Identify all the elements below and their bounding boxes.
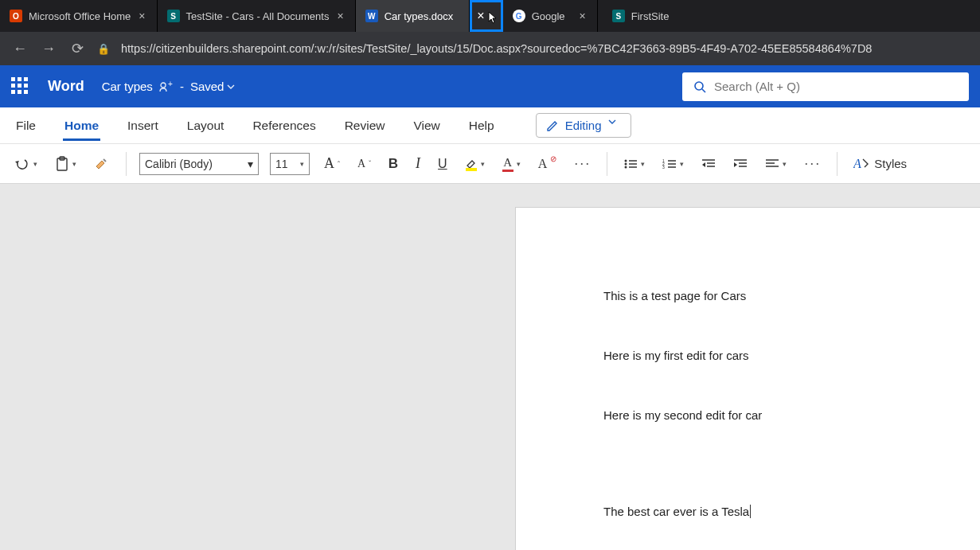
svg-text:3: 3 — [662, 165, 665, 170]
word-icon: W — [365, 10, 378, 22]
font-family-value: Calibri (Body) — [145, 158, 213, 170]
bullets-button[interactable]: ▾ — [620, 155, 648, 173]
word-title-bar: Word Car types + - Saved — [0, 65, 980, 107]
browser-tab-strip: O Microsoft Office Home × S TestSite - C… — [0, 0, 980, 32]
bold-button[interactable]: B — [385, 153, 401, 175]
back-button[interactable]: ← — [11, 41, 29, 57]
ribbon-tabs: File Home Insert Layout References Revie… — [0, 107, 980, 144]
browser-tab-firstsite[interactable]: S FirstSite — [603, 0, 679, 32]
highlight-button[interactable]: ▾ — [462, 154, 488, 174]
paragraph[interactable]: Here is my first edit for cars — [603, 347, 980, 364]
align-icon — [765, 158, 779, 170]
chevron-down-icon — [227, 84, 235, 89]
saved-label: Saved — [190, 80, 225, 93]
search-icon — [693, 80, 706, 93]
paragraph[interactable]: This is a test page for Cars — [603, 287, 980, 304]
more-font-options[interactable]: ··· — [571, 152, 594, 175]
tab-home[interactable]: Home — [63, 111, 100, 141]
indent-icon — [733, 158, 748, 170]
svg-line-3 — [702, 89, 705, 92]
increase-indent-button[interactable] — [730, 155, 751, 173]
more-paragraph-options[interactable]: ··· — [801, 152, 824, 175]
document-canvas[interactable]: This is a test page for Cars Here is my … — [0, 184, 980, 550]
browser-tab-sharepoint[interactable]: S TestSite - Cars - All Documents × — [158, 0, 356, 32]
tab-label: TestSite - Cars - All Documents — [186, 10, 330, 22]
browser-address-bar: ← → ⟳ 🔒 https://citizenbuilders.sharepoi… — [0, 32, 980, 65]
styles-icon: A — [853, 157, 871, 171]
close-icon[interactable]: × — [578, 10, 588, 22]
paragraph[interactable]: The best car ever is a Tesla — [603, 503, 980, 520]
chevron-down-icon — [608, 119, 621, 132]
editing-label: Editing — [565, 119, 602, 132]
tab-file[interactable]: File — [14, 111, 37, 141]
document-title[interactable]: Car types — [102, 80, 153, 93]
pencil-icon — [546, 119, 559, 132]
tab-help[interactable]: Help — [467, 111, 496, 141]
format-painter-button[interactable] — [91, 154, 113, 174]
tab-close-highlighted[interactable]: × — [470, 0, 502, 32]
align-button[interactable]: ▾ — [762, 155, 790, 173]
close-icon[interactable]: × — [335, 10, 345, 22]
browser-tab-google[interactable]: G Google × — [503, 0, 598, 32]
tab-label: Google — [532, 10, 565, 22]
outdent-icon — [701, 158, 716, 170]
browser-tab-word-doc[interactable]: W Car types.docx — [356, 0, 470, 32]
ribbon-toolbar: ▾ ▾ Calibri (Body)▾ 11▾ Aˆ Aˇ B I U ▾ A … — [0, 144, 980, 184]
app-brand[interactable]: Word — [48, 78, 84, 95]
title-separator: - — [180, 80, 184, 93]
forward-button[interactable]: → — [40, 41, 57, 57]
tab-references[interactable]: References — [251, 111, 317, 141]
tab-insert[interactable]: Insert — [126, 111, 160, 141]
text-cursor — [749, 505, 751, 518]
search-input[interactable] — [714, 80, 958, 93]
google-icon: G — [513, 10, 525, 22]
bullets-icon — [623, 158, 638, 170]
undo-button[interactable]: ▾ — [11, 154, 41, 174]
url-text[interactable]: https://citizenbuilders.sharepoint.com/:… — [121, 42, 969, 55]
font-size-select[interactable]: 11▾ — [270, 153, 310, 175]
underline-button[interactable]: U — [435, 154, 451, 174]
lock-icon[interactable]: 🔒 — [97, 43, 110, 55]
paste-button[interactable]: ▾ — [52, 153, 80, 175]
italic-button[interactable]: I — [412, 152, 424, 175]
paintbrush-icon — [94, 157, 110, 171]
editing-mode-button[interactable]: Editing — [536, 113, 631, 138]
tab-label: Car types.docx — [385, 10, 454, 22]
numbering-button[interactable]: 123▾ — [659, 155, 687, 173]
saved-status[interactable]: Saved — [190, 80, 236, 93]
reload-button[interactable]: ⟳ — [68, 40, 86, 57]
office-icon: O — [10, 10, 22, 22]
svg-text:A: A — [853, 157, 861, 170]
font-family-select[interactable]: Calibri (Body)▾ — [139, 153, 259, 175]
svg-point-8 — [625, 162, 627, 165]
shrink-font-button[interactable]: Aˇ — [354, 154, 374, 174]
clipboard-icon — [55, 156, 69, 172]
cursor-icon — [488, 11, 499, 24]
app-launcher-icon[interactable] — [11, 77, 30, 96]
tab-review[interactable]: Review — [343, 111, 387, 141]
close-icon[interactable]: × — [137, 10, 146, 22]
search-box[interactable] — [682, 72, 969, 101]
highlighter-icon — [465, 157, 478, 168]
tab-label: Microsoft Office Home — [29, 10, 131, 22]
browser-tab-office[interactable]: O Microsoft Office Home × — [0, 0, 158, 32]
document-page[interactable]: This is a test page for Cars Here is my … — [516, 208, 980, 550]
document-title-area: Car types + - Saved — [102, 80, 236, 93]
separator — [126, 152, 127, 176]
styles-button[interactable]: A Styles — [850, 154, 910, 174]
paragraph[interactable]: Here is my second edit for car — [603, 407, 980, 423]
clear-formatting-button[interactable]: A⊘ — [535, 154, 560, 174]
tab-layout[interactable]: Layout — [185, 111, 226, 141]
tab-view[interactable]: View — [412, 111, 441, 141]
grow-font-button[interactable]: Aˆ — [321, 152, 343, 175]
tab-label: FirstSite — [631, 10, 670, 22]
styles-label: Styles — [874, 157, 907, 170]
undo-icon — [14, 157, 30, 171]
font-color-button[interactable]: A ▾ — [499, 153, 524, 175]
svg-point-10 — [625, 166, 627, 168]
close-icon[interactable]: × — [477, 9, 484, 23]
share-icon[interactable]: + — [159, 81, 174, 92]
decrease-indent-button[interactable] — [698, 155, 719, 173]
sharepoint-icon: S — [167, 10, 180, 22]
svg-text:+: + — [168, 81, 173, 88]
